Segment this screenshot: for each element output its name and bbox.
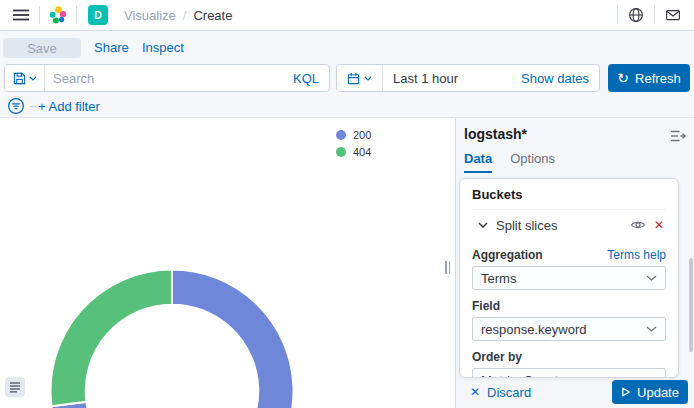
aggregation-label: Aggregation bbox=[472, 248, 543, 262]
refresh-button[interactable]: ↻ Refresh bbox=[608, 64, 690, 92]
menu-right-icon bbox=[670, 128, 686, 144]
aggregation-header: Aggregation Terms help bbox=[472, 248, 666, 262]
legend-item[interactable]: 404 bbox=[336, 146, 371, 158]
legend-toggle-button[interactable] bbox=[5, 377, 25, 397]
discard-button[interactable]: ✕ Discard bbox=[470, 385, 531, 400]
query-language-button[interactable]: KQL bbox=[283, 71, 329, 86]
elastic-logo[interactable] bbox=[45, 2, 71, 28]
editor-footer: ✕ Discard Update bbox=[456, 376, 694, 408]
chevron-down-icon bbox=[29, 76, 37, 81]
field-select[interactable]: response.keyword bbox=[472, 317, 666, 341]
donut-slice-404[interactable] bbox=[51, 270, 172, 407]
field-value: response.keyword bbox=[481, 322, 587, 337]
chevron-down-icon bbox=[478, 222, 488, 228]
query-bar: KQL bbox=[4, 64, 330, 92]
aggregation-value: Terms bbox=[481, 271, 516, 286]
visualization-canvas: 200 404 bbox=[0, 118, 455, 408]
tab-data[interactable]: Data bbox=[464, 151, 492, 173]
index-pattern-title: logstash* bbox=[464, 126, 527, 142]
chevron-down-icon bbox=[364, 76, 372, 81]
breadcrumb-visualize[interactable]: Visualize bbox=[124, 8, 176, 23]
panel-resizer-handle[interactable] bbox=[445, 261, 450, 274]
buckets-title: Buckets bbox=[472, 187, 666, 202]
hamburger-icon bbox=[13, 7, 29, 23]
globe-button[interactable] bbox=[623, 2, 649, 28]
show-dates-button[interactable]: Show dates bbox=[521, 71, 599, 86]
legend-label: 200 bbox=[353, 129, 371, 141]
breadcrumb-separator: / bbox=[183, 8, 187, 23]
chevron-down-icon bbox=[646, 326, 657, 332]
close-icon: ✕ bbox=[470, 385, 480, 399]
kibana-visualize-app: D Visualize / Create Save Share Inspect bbox=[0, 0, 694, 408]
date-quick-menu-button[interactable] bbox=[337, 65, 383, 91]
refresh-icon: ↻ bbox=[617, 71, 629, 85]
inspect-button[interactable]: Inspect bbox=[142, 40, 184, 55]
panel-scrollbar[interactable] bbox=[689, 258, 693, 352]
filter-divider bbox=[30, 106, 37, 107]
vis-editor-sidebar: logstash* Data Options Buckets Split sli… bbox=[455, 118, 694, 408]
legend-dot-404 bbox=[336, 147, 346, 157]
aggregation-select[interactable]: Terms bbox=[472, 266, 666, 290]
editor-tabs: Data Options bbox=[464, 151, 555, 173]
share-button[interactable]: Share bbox=[94, 40, 129, 55]
filter-icon bbox=[7, 97, 25, 115]
mail-icon bbox=[665, 7, 681, 23]
remove-bucket-icon[interactable]: ✕ bbox=[654, 218, 664, 232]
top-header: D Visualize / Create bbox=[0, 0, 694, 31]
save-query-icon bbox=[13, 72, 26, 85]
elastic-logo-icon bbox=[48, 5, 68, 25]
saved-query-menu-button[interactable] bbox=[5, 65, 45, 91]
time-range-value[interactable]: Last 1 hour bbox=[383, 71, 521, 86]
order-by-label: Order by bbox=[472, 350, 522, 364]
update-label: Update bbox=[637, 385, 679, 400]
eye-icon[interactable] bbox=[630, 217, 646, 233]
split-slices-label: Split slices bbox=[496, 218, 622, 233]
space-badge[interactable]: D bbox=[88, 5, 108, 25]
action-band: Save Share Inspect KQL bbox=[0, 31, 694, 118]
legend-dot-200 bbox=[336, 130, 346, 140]
discard-label: Discard bbox=[487, 385, 531, 400]
donut-chart-svg[interactable] bbox=[49, 268, 295, 408]
field-label: Field bbox=[472, 299, 500, 313]
filter-menu-button[interactable] bbox=[6, 96, 26, 116]
divider bbox=[617, 6, 618, 24]
field-header: Field bbox=[472, 299, 666, 313]
divider bbox=[39, 6, 40, 24]
date-picker: Last 1 hour Show dates bbox=[336, 64, 600, 92]
refresh-label: Refresh bbox=[635, 71, 681, 86]
split-slices-row[interactable]: Split slices ✕ bbox=[472, 209, 666, 239]
buckets-card: Buckets Split slices ✕ Aggregation Terms… bbox=[459, 178, 679, 378]
tab-options[interactable]: Options bbox=[510, 151, 555, 173]
terms-help-link[interactable]: Terms help bbox=[607, 248, 666, 262]
legend-item[interactable]: 200 bbox=[336, 129, 371, 141]
add-filter-button[interactable]: + Add filter bbox=[38, 99, 100, 114]
legend-label: 404 bbox=[353, 146, 371, 158]
collapse-sidebar-button[interactable] bbox=[668, 126, 688, 146]
update-button[interactable]: Update bbox=[612, 380, 688, 404]
save-button[interactable]: Save bbox=[3, 38, 81, 58]
donut-chart[interactable] bbox=[49, 268, 295, 408]
chart-legend: 200 404 bbox=[336, 129, 371, 158]
breadcrumb: Visualize / Create bbox=[124, 8, 232, 23]
order-by-header: Order by bbox=[472, 350, 666, 364]
hamburger-menu-button[interactable] bbox=[8, 2, 34, 28]
play-icon bbox=[621, 387, 631, 397]
chevron-down-icon bbox=[646, 275, 657, 281]
breadcrumb-create: Create bbox=[193, 8, 232, 23]
calendar-icon bbox=[347, 72, 360, 85]
legend-list-icon bbox=[9, 381, 21, 393]
divider bbox=[654, 6, 655, 24]
divider bbox=[76, 6, 77, 24]
search-input[interactable] bbox=[45, 71, 283, 86]
globe-icon bbox=[628, 7, 644, 23]
mail-button[interactable] bbox=[660, 2, 686, 28]
